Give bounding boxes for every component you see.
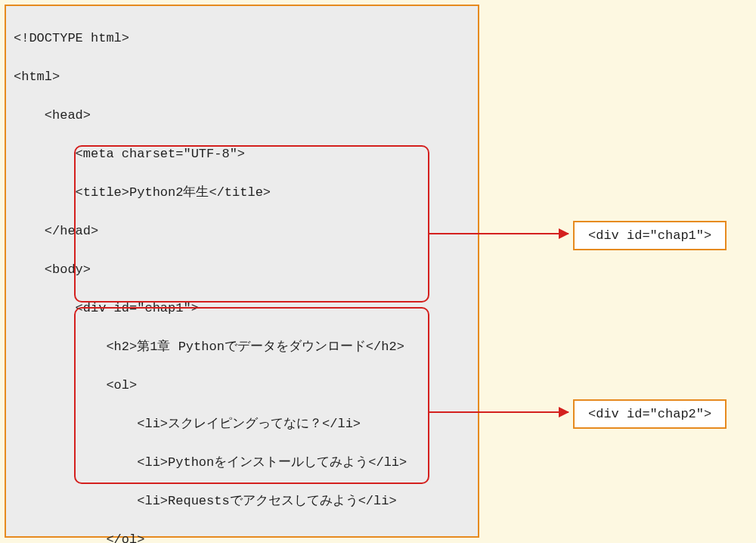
callout-chap2: <div id="chap2"> [573, 399, 727, 429]
code-line: <h2>第1章 Pythonでデータをダウンロード</h2> [14, 337, 470, 357]
arrow-icon [429, 411, 569, 413]
callout-chap1: <div id="chap1"> [573, 221, 727, 250]
arrow-icon [429, 233, 569, 234]
code-line: <title>Python2年生</title> [14, 183, 470, 203]
code-panel: <!DOCTYPE html> <html> <head> <meta char… [5, 5, 479, 538]
code-line: <li>Pythonをインストールしてみよう</li> [14, 453, 470, 473]
code-line: <ol> [14, 376, 470, 396]
code-line: <li>Requestsでアクセスしてみよう</li> [14, 492, 470, 511]
code-line: <meta charset="UTF-8"> [14, 144, 470, 164]
code-line: </ol> [14, 530, 470, 544]
code-line: <li>スクレイピングってなに？</li> [14, 414, 470, 434]
code-line: </head> [14, 222, 470, 241]
code-line: <head> [14, 106, 470, 126]
diagram-canvas: <!DOCTYPE html> <html> <head> <meta char… [0, 0, 756, 543]
code-line: <body> [14, 260, 470, 280]
code-line: <!DOCTYPE html> [14, 29, 470, 48]
code-line: <html> [14, 67, 470, 87]
code-line: <div id="chap1"> [14, 299, 470, 318]
